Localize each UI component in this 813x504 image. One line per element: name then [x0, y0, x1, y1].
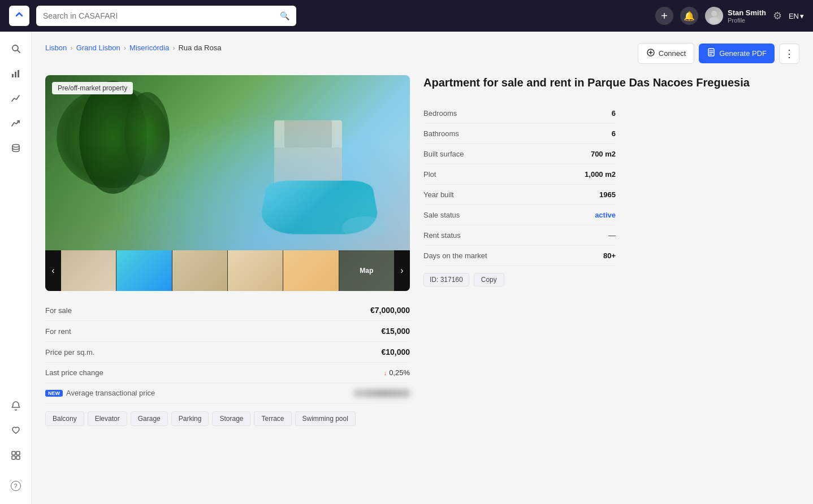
- puzzle-icon: [11, 450, 21, 463]
- image-section: Pre/off-market property ‹: [45, 75, 410, 291]
- bell-icon: [11, 401, 21, 414]
- thumbnail-map[interactable]: Map: [339, 250, 394, 291]
- year-built-label: Year built: [423, 190, 454, 199]
- logo[interactable]: [9, 6, 29, 26]
- more-options-button[interactable]: ⋮: [779, 44, 799, 64]
- add-button[interactable]: +: [655, 7, 673, 25]
- breadcrumb-misericordia[interactable]: Misericórdia: [129, 44, 169, 52]
- bathrooms-value: 6: [612, 129, 616, 138]
- tag-swimming-pool: Swimming pool: [295, 411, 356, 426]
- settings-button[interactable]: ⚙: [773, 10, 782, 22]
- property-tags: Balcony Elevator Garage Parking Storage …: [45, 411, 410, 426]
- trend-icon: [11, 118, 21, 131]
- image-overlay: [45, 75, 410, 250]
- heart-icon: [11, 425, 21, 438]
- rent-status-label: Rent status: [423, 231, 461, 240]
- sidebar-item-alerts[interactable]: [5, 396, 27, 418]
- for-rent-value: €15,000: [381, 327, 410, 336]
- search-input[interactable]: [43, 11, 280, 20]
- bathrooms-label: Bathrooms: [423, 129, 459, 138]
- last-price-change-value: ↓ 0,25%: [384, 368, 410, 377]
- content-area: Lisbon › Grand Lisbon › Misericórdia › R…: [32, 32, 813, 504]
- search-icon: 🔍: [280, 11, 289, 20]
- thumbnail-list: Map: [61, 250, 394, 291]
- connect-button[interactable]: Connect: [638, 43, 694, 64]
- tag-elevator: Elevator: [88, 411, 127, 426]
- sidebar-item-help[interactable]: ?: [5, 475, 27, 497]
- price-per-sqm-label: Price per sq.m.: [45, 348, 94, 357]
- tag-garage: Garage: [131, 411, 168, 426]
- year-built-value: 1965: [599, 190, 616, 199]
- for-sale-row: For sale €7,000,000: [45, 300, 410, 321]
- sale-status-row: Sale status active: [423, 205, 616, 225]
- sidebar-item-market[interactable]: [5, 88, 27, 111]
- generate-pdf-button[interactable]: Generate PDF: [699, 44, 775, 63]
- built-surface-value: 700 m2: [591, 150, 616, 158]
- avg-transactional-price-row: NEW Average transactional price: [45, 383, 410, 403]
- chart-bar-icon: [11, 68, 21, 81]
- plot-row: Plot 1,000 m2: [423, 164, 616, 185]
- svg-rect-11: [12, 456, 15, 459]
- sidebar-item-favorites[interactable]: [5, 420, 27, 443]
- bathrooms-row: Bathrooms 6: [423, 124, 616, 144]
- search-icon: [11, 44, 21, 57]
- new-badge: NEW: [45, 390, 63, 397]
- pdf-icon: [707, 48, 716, 59]
- breadcrumb-sep-3: ›: [172, 44, 175, 52]
- thumbnail-strip: ‹: [45, 250, 410, 291]
- property-badge: Pre/off-market property: [52, 82, 133, 94]
- sidebar-bottom: ?: [5, 396, 27, 497]
- svg-point-1: [711, 11, 717, 16]
- search-bar[interactable]: 🔍: [36, 6, 296, 26]
- svg-rect-7: [18, 70, 19, 77]
- thumbnail-3[interactable]: [172, 250, 228, 291]
- svg-rect-10: [16, 451, 20, 455]
- action-buttons: Connect Generate PDF ⋮: [638, 43, 799, 64]
- tag-balcony: Balcony: [45, 411, 84, 426]
- user-name: Stan Smith: [728, 8, 766, 17]
- help-icon: ?: [11, 481, 21, 491]
- thumbnail-5[interactable]: [283, 250, 339, 291]
- right-column: Apartment for sale and rent in Parque Da…: [423, 75, 799, 426]
- sale-status-label: Sale status: [423, 211, 460, 219]
- breadcrumb-grand-lisbon[interactable]: Grand Lisbon: [76, 44, 120, 52]
- thumbnail-prev-button[interactable]: ‹: [45, 250, 61, 291]
- breadcrumb-sep-2: ›: [124, 44, 126, 52]
- main-property-image[interactable]: Pre/off-market property: [45, 75, 410, 250]
- copy-id-button[interactable]: Copy: [474, 273, 504, 286]
- bedrooms-row: Bedrooms 6: [423, 103, 616, 124]
- price-per-sqm-row: Price per sq.m. €10,000: [45, 342, 410, 363]
- for-rent-label: For rent: [45, 327, 71, 336]
- breadcrumb-sep-1: ›: [70, 44, 72, 52]
- days-on-market-value: 80+: [603, 251, 616, 260]
- specs-panel: Bedrooms 6 Bathrooms 6 Built surface 700…: [423, 101, 616, 286]
- main-layout: ? Lisbon › Grand Lisbon › Misericórdia ›…: [0, 32, 813, 504]
- language-selector[interactable]: EN ▾: [789, 12, 804, 20]
- thumbnail-next-button[interactable]: ›: [394, 250, 410, 291]
- sidebar-item-search[interactable]: [5, 38, 27, 61]
- sidebar-item-integrations[interactable]: [5, 445, 27, 468]
- id-row: ID: 317160 Copy: [423, 273, 616, 286]
- breadcrumb-lisbon[interactable]: Lisbon: [45, 44, 67, 52]
- built-surface-row: Built surface 700 m2: [423, 144, 616, 164]
- sidebar-item-trends[interactable]: [5, 113, 27, 136]
- thumbnail-4[interactable]: [228, 250, 283, 291]
- sidebar-item-chart-bar[interactable]: [5, 63, 27, 86]
- breadcrumb: Lisbon › Grand Lisbon › Misericórdia › R…: [45, 44, 221, 52]
- svg-rect-0: [18, 16, 21, 19]
- property-id-badge: ID: 317160: [423, 273, 469, 286]
- sidebar-item-database[interactable]: [5, 138, 27, 160]
- svg-rect-12: [16, 456, 20, 459]
- left-column: Pre/off-market property ‹: [45, 75, 410, 426]
- thumbnail-1[interactable]: [61, 250, 116, 291]
- year-built-row: Year built 1965: [423, 185, 616, 205]
- user-profile[interactable]: Stan Smith Profile: [705, 7, 766, 25]
- thumbnail-2[interactable]: [116, 250, 172, 291]
- svg-point-2: [709, 17, 719, 24]
- notifications-button[interactable]: 🔔: [680, 7, 698, 25]
- breadcrumb-current: Rua da Rosa: [178, 44, 221, 52]
- map-label[interactable]: Map: [339, 250, 394, 291]
- svg-line-4: [18, 50, 20, 53]
- last-price-change-label: Last price change: [45, 368, 103, 377]
- chevron-down-icon: ▾: [800, 12, 804, 20]
